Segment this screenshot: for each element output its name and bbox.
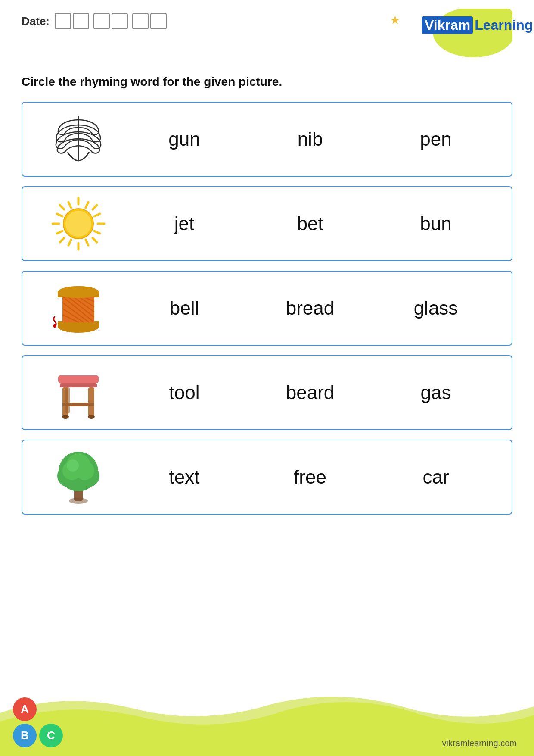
star-decoration: ★ <box>390 13 400 27</box>
svg-rect-39 <box>88 387 94 417</box>
logo-vikram: Vikram <box>422 16 473 34</box>
content-area: gun nib pen <box>0 97 534 528</box>
word-2-3[interactable]: bun <box>404 213 468 234</box>
svg-line-7 <box>60 205 64 209</box>
date-box-group-1 <box>55 13 89 29</box>
sun-icon <box>50 196 106 252</box>
svg-point-43 <box>88 415 95 419</box>
date-box-2[interactable] <box>73 13 89 29</box>
svg-point-45 <box>69 498 88 504</box>
word-5-3[interactable]: car <box>404 466 468 488</box>
svg-rect-40 <box>65 387 70 413</box>
row-2: jet bet bun <box>22 186 512 261</box>
image-cell-3 <box>35 280 121 336</box>
date-box-group-2 <box>93 13 128 29</box>
spool-icon <box>50 280 106 336</box>
word-2-1[interactable]: jet <box>152 213 217 234</box>
word-3-3[interactable]: glass <box>404 297 468 319</box>
tree-icon <box>50 449 106 505</box>
block-c: C <box>39 724 63 747</box>
stool-icon <box>50 365 106 421</box>
svg-rect-36 <box>58 375 99 383</box>
svg-point-20 <box>65 211 91 237</box>
svg-line-11 <box>57 214 62 216</box>
date-box-1[interactable] <box>55 13 71 29</box>
words-cell-2: jet bet bun <box>121 213 499 234</box>
ribs-icon <box>50 111 106 167</box>
svg-line-8 <box>93 238 97 242</box>
date-label: Date: <box>22 15 50 28</box>
words-cell-5: text free car <box>121 466 499 488</box>
row-1: gun nib pen <box>22 102 512 177</box>
svg-rect-41 <box>62 403 94 406</box>
row-5: text free car <box>22 440 512 515</box>
word-3-1[interactable]: bell <box>152 297 217 319</box>
word-5-2[interactable]: free <box>278 466 342 488</box>
date-box-6[interactable] <box>150 13 167 29</box>
word-2-2[interactable]: bet <box>278 213 342 234</box>
svg-line-10 <box>60 238 64 242</box>
svg-point-52 <box>67 459 79 472</box>
footer: A B C vikramlearning.com <box>0 687 534 756</box>
words-cell-1: gun nib pen <box>121 128 499 150</box>
logo: Vikram Learning <box>422 16 533 34</box>
header: Date: Vikram Learning <box>0 0 534 66</box>
date-box-5[interactable] <box>132 13 149 29</box>
image-cell-2 <box>35 196 121 252</box>
date-box-4[interactable] <box>112 13 128 29</box>
footer-url: vikramlearning.com <box>442 738 517 748</box>
svg-point-35 <box>53 324 56 328</box>
words-cell-3: bell bread glass <box>121 297 499 319</box>
word-1-1[interactable]: gun <box>152 128 217 150</box>
image-cell-5 <box>35 449 121 505</box>
row-4: tool beard gas <box>22 355 512 430</box>
words-cell-4: tool beard gas <box>121 382 499 403</box>
svg-point-34 <box>58 286 99 298</box>
footer-abc: A B C <box>13 697 63 747</box>
date-area: Date: <box>22 13 167 29</box>
date-box-3[interactable] <box>93 13 110 29</box>
word-3-2[interactable]: bread <box>278 297 342 319</box>
block-b: B <box>13 724 37 747</box>
logo-container: Vikram Learning <box>409 9 512 62</box>
date-boxes <box>55 13 167 29</box>
svg-line-13 <box>68 202 71 208</box>
instruction: Circle the rhyming word for the given pi… <box>0 66 534 97</box>
image-cell-1 <box>35 111 121 167</box>
svg-line-12 <box>94 231 100 234</box>
image-cell-4 <box>35 365 121 421</box>
word-1-2[interactable]: nib <box>278 128 342 150</box>
word-4-2[interactable]: beard <box>278 382 342 403</box>
word-4-3[interactable]: gas <box>404 382 468 403</box>
block-a: A <box>13 697 37 721</box>
svg-line-18 <box>68 240 71 245</box>
word-1-3[interactable]: pen <box>404 128 468 150</box>
logo-learning: Learning <box>475 17 533 33</box>
svg-point-42 <box>62 415 69 419</box>
svg-line-14 <box>86 240 88 245</box>
svg-line-16 <box>57 231 62 234</box>
word-5-1[interactable]: text <box>152 466 217 488</box>
svg-line-15 <box>94 214 100 216</box>
row-3: bell bread glass <box>22 271 512 346</box>
word-4-1[interactable]: tool <box>152 382 217 403</box>
svg-line-17 <box>86 202 88 208</box>
date-box-group-3 <box>132 13 167 29</box>
svg-rect-37 <box>60 383 97 387</box>
svg-line-9 <box>93 205 97 209</box>
